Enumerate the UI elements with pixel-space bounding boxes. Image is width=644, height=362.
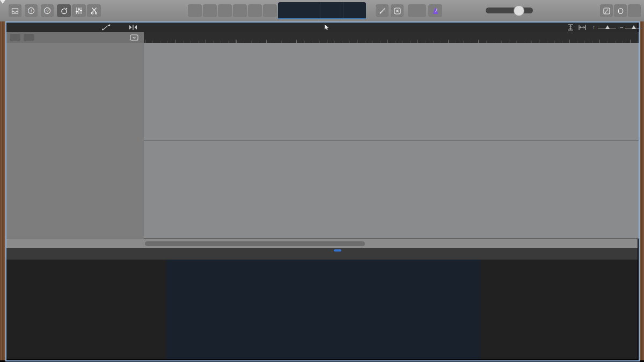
media-browser-button[interactable]: [628, 4, 641, 17]
vertical-zoom-slider[interactable]: [598, 28, 616, 29]
channel-eq-plugin: [166, 260, 480, 359]
lcd-tempo-section: [320, 2, 343, 19]
svg-text:?: ?: [46, 9, 49, 13]
tracks-menubar: ↕ ↔: [6, 23, 638, 32]
editor-panel-right-filler: [480, 260, 638, 359]
quick-help-button[interactable]: ?: [41, 4, 54, 17]
record-button[interactable]: [248, 4, 262, 17]
track-header-dance-hall-drums[interactable]: [6, 43, 144, 141]
mixer-button[interactable]: [72, 4, 86, 17]
editor-panel-header: [6, 248, 638, 260]
auto-zoom-button[interactable]: [567, 24, 574, 31]
playhead-marker[interactable]: [0, 0, 5, 4]
library-button[interactable]: [9, 4, 21, 17]
lcd-display[interactable]: [278, 2, 366, 19]
track-lane-2: [144, 141, 639, 239]
vertical-zoom-thumb[interactable]: [605, 25, 610, 29]
lcd-signature-section: [343, 2, 366, 19]
lcd-position-section: [278, 2, 320, 19]
notepad-button[interactable]: [600, 4, 613, 17]
pointer-tool-selector[interactable]: [324, 24, 331, 31]
inspector-button[interactable]: i: [25, 4, 38, 17]
horizontal-scrollbar[interactable]: [145, 241, 365, 246]
logic-pro-window: i ?: [0, 0, 644, 362]
track-header-options-button[interactable]: [130, 34, 138, 41]
go-to-beginning-button[interactable]: [218, 4, 232, 17]
editors-button[interactable]: [87, 4, 101, 17]
tuner-button[interactable]: [376, 4, 389, 17]
track-list-header: [6, 32, 144, 43]
cycle-button[interactable]: [263, 4, 277, 17]
global-solo-button[interactable]: [24, 34, 34, 41]
fit-zoom-button[interactable]: [579, 24, 586, 31]
track-header-dance-hall-drums-lo-fi[interactable]: [6, 141, 144, 239]
bar-ruler[interactable]: [144, 32, 639, 43]
count-in-button[interactable]: [408, 4, 426, 17]
smart-controls-button[interactable]: [57, 4, 71, 17]
master-volume-slider[interactable]: [486, 8, 533, 13]
desktop-edge-left: [0, 21, 5, 360]
add-track-button[interactable]: [10, 34, 20, 41]
automation-curve-button[interactable]: [102, 24, 111, 31]
play-button[interactable]: [233, 4, 247, 17]
vertical-zoom-icon: ↕: [592, 24, 595, 29]
horizontal-scroll-area: [6, 239, 638, 248]
horizontal-zoom-icon: ↔: [619, 24, 624, 29]
metronome-icon: [432, 7, 439, 14]
horizontal-zoom-thumb[interactable]: [632, 25, 636, 29]
loop-browser-button[interactable]: [614, 4, 627, 17]
desktop-edge-right: [639, 21, 644, 360]
track-lane-1: [144, 43, 639, 141]
master-mute-button[interactable]: [391, 4, 404, 17]
svg-text:i: i: [31, 9, 32, 13]
rewind-button[interactable]: [188, 4, 202, 17]
metronome-button[interactable]: [428, 4, 442, 17]
forward-button[interactable]: [203, 4, 217, 17]
snap-mode-button[interactable]: [129, 24, 137, 31]
toolbar: i ?: [0, 0, 644, 22]
tab-eq[interactable]: [334, 249, 341, 252]
master-volume-thumb[interactable]: [514, 5, 524, 16]
horizontal-zoom-slider[interactable]: [625, 28, 642, 29]
editor-panel-left-filler: [6, 260, 166, 359]
